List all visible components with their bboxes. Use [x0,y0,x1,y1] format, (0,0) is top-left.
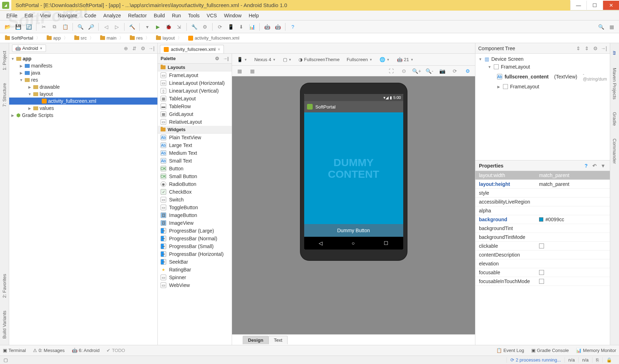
prop-val-backgroundtint[interactable] [536,224,610,233]
palette-hide-icon[interactable]: →| [222,55,229,62]
palette-group-layouts[interactable]: Layouts [158,64,232,71]
palette-item-small-text[interactable]: AbSmall Text [158,157,232,165]
tree-node-manifests[interactable]: ▶manifests [9,62,157,69]
bottom-gradle-console[interactable]: ▣ Gradle Console [531,348,569,353]
monitor-icon[interactable]: 📊 [247,22,256,31]
tool-icon[interactable]: 🔧 [190,22,199,31]
expand-all-icon[interactable]: ⇕ [575,45,582,52]
palette-item-button[interactable]: OKButton [158,165,232,172]
prop-val-backgroundtintmode[interactable] [536,233,610,241]
menu-help[interactable]: Help [245,12,262,19]
config-dropdown[interactable]: Fullscreen▼ [345,56,375,63]
bottom-eventlog[interactable]: 📋 Event Log [496,348,524,353]
status-lock-icon[interactable]: 🔒 [602,357,615,363]
status-goto-icon[interactable]: ⎘ [592,357,602,363]
palette-item-relativelayout[interactable]: ▭RelativeLayout [158,118,232,126]
palette-item-imageview[interactable]: 🖼ImageView [158,219,232,227]
project-tree[interactable]: ▼app ▶manifests ▶java ▼res ▶drawable ▼la… [9,54,157,345]
palette-item-medium-text[interactable]: AbMedium Text [158,149,232,157]
open-icon[interactable]: 📂 [3,22,12,31]
prop-val-accessibilityliveregion[interactable] [536,198,610,206]
menu-file[interactable]: FFileFile [3,12,21,19]
refresh-icon[interactable]: 🔄 [24,22,33,31]
avd-icon[interactable]: 📱 [226,22,235,31]
zoom-out-icon[interactable]: 🔍- [425,66,434,76]
palette-item-progressbar-small-[interactable]: ━ProgressBar (Small) [158,242,232,250]
locale-dropdown[interactable]: 🌐▼ [377,56,392,63]
palette-item-switch[interactable]: ▭Switch [158,196,232,204]
android2-icon[interactable]: 🤖 [273,22,282,31]
prop-val-alpha[interactable] [536,206,610,215]
help-prop-icon[interactable]: ? [583,163,589,169]
dummy-button[interactable]: Dummy Button [304,224,403,237]
bottom-todo[interactable]: ✔ TODO [106,348,125,353]
palette-item-progressbar-normal-[interactable]: ━ProgressBar (Normal) [158,235,232,242]
close-tab-icon[interactable]: × [218,47,220,52]
crumb-src[interactable]: src [71,34,97,42]
crumb-layout[interactable]: layout [153,34,185,42]
prop-val-layoutwidth[interactable]: match_parent [536,171,610,180]
palette-item-linearlayout-vertical-[interactable]: ▯LinearLayout (Vertical) [158,87,232,95]
menu-vcs[interactable]: VCS [203,12,220,19]
palette-item-large-text[interactable]: AbLarge Text [158,141,232,149]
palette-item-webview[interactable]: ▭WebView [158,281,232,289]
palette-item-plain-textview[interactable]: AbPlain TextView [158,134,232,141]
tab-favorites[interactable]: 2: Favorites [1,271,8,301]
gear-icon[interactable]: ⚙ [140,45,146,52]
menu-tools[interactable]: Tools [185,12,203,19]
prop-val-clickable[interactable] [536,242,610,250]
help-icon[interactable]: ? [288,22,297,31]
tab-maven[interactable]: Maven Projects [611,65,618,102]
palette-item-ratingbar[interactable]: ★RatingBar [158,266,232,274]
palette-item-gridlayout[interactable]: ▦GridLayout [158,110,232,118]
tree-node-layout[interactable]: ▼layout [9,90,157,98]
minimize-button[interactable]: — [570,1,586,10]
palette-item-radiobutton[interactable]: ◉RadioButton [158,180,232,188]
orientation-dropdown[interactable]: 📱▼ [235,56,249,63]
undo-prop-icon[interactable]: ↶ [591,163,598,169]
prop-val-layoutheight[interactable]: match_parent [536,180,610,188]
crumb-main[interactable]: main [97,34,126,42]
debug-icon[interactable]: 🐞 [164,22,173,31]
palette-item-checkbox[interactable]: ✓CheckBox [158,188,232,196]
tree-node-gradle[interactable]: ▶⬢Gradle Scripts [9,112,157,119]
tree-node-activity-file[interactable]: activity_fullscreen.xml [9,98,157,105]
bottom-terminal[interactable]: ▣ Terminal [3,348,26,353]
tree-node-java[interactable]: ▶java [9,69,157,76]
cut-icon[interactable]: ✂ [39,22,48,31]
comp-frame2[interactable]: ▶FrameLayout [475,83,610,90]
palette-item-seekbar[interactable]: ━SeekBar [158,258,232,266]
tab-build-variants[interactable]: Build Variants [1,308,8,341]
zoom-reset-icon[interactable]: ⊙ [399,66,409,76]
palette-item-progressbar-large-[interactable]: ━ProgressBar (Large) [158,227,232,235]
hide-tree-icon[interactable]: →| [601,45,607,52]
tree-node-drawable[interactable]: ▶drawable [9,83,157,90]
bottom-messages[interactable]: ⚠ 0: Messages [33,348,65,353]
tool2-icon[interactable]: ⚙ [200,22,209,31]
refresh-preview-icon[interactable]: ⟳ [450,66,459,76]
crumb-file[interactable]: activity_fullscreen.xml [185,35,245,41]
nav-home-icon[interactable]: ○ [352,240,354,246]
theme-dropdown[interactable]: ◑FullscreenTheme [296,56,341,63]
zoom-fit-icon[interactable]: ⛶ [387,66,396,76]
menu-refactor[interactable]: Refactor [125,12,150,19]
run-icon[interactable]: ▶ [153,22,162,31]
menu-code[interactable]: Code [81,12,100,19]
crumb-project[interactable]: SoftPortal [2,34,43,42]
camera-icon[interactable]: 📷 [438,66,447,76]
palette-item-linearlayout-horizontal-[interactable]: ▭LinearLayout (Horizontal) [158,79,232,87]
tab-gradle[interactable]: Gradle [611,109,618,129]
tab-text[interactable]: Text [268,336,288,344]
sync-action-icon[interactable]: ⊕ [123,45,129,52]
paste-icon[interactable]: 📋 [60,22,70,31]
maximize-button[interactable]: ☐ [586,1,603,10]
gear2-icon[interactable]: ⚙ [463,66,472,76]
processes-running[interactable]: ⟳ 2 processes running... [507,357,565,363]
comp-frame1[interactable]: ▼FrameLayout [475,63,610,71]
menu-edit[interactable]: Edit [21,12,36,19]
palette-item-tablerow[interactable]: ▬TableRow [158,102,232,110]
comp-device-screen[interactable]: ▼▥Device Screen [475,55,610,63]
maven-badge[interactable]: m [611,48,618,58]
attach-icon[interactable]: ⇲ [174,22,184,31]
zoom-in-icon[interactable]: 🔍+ [412,66,421,76]
